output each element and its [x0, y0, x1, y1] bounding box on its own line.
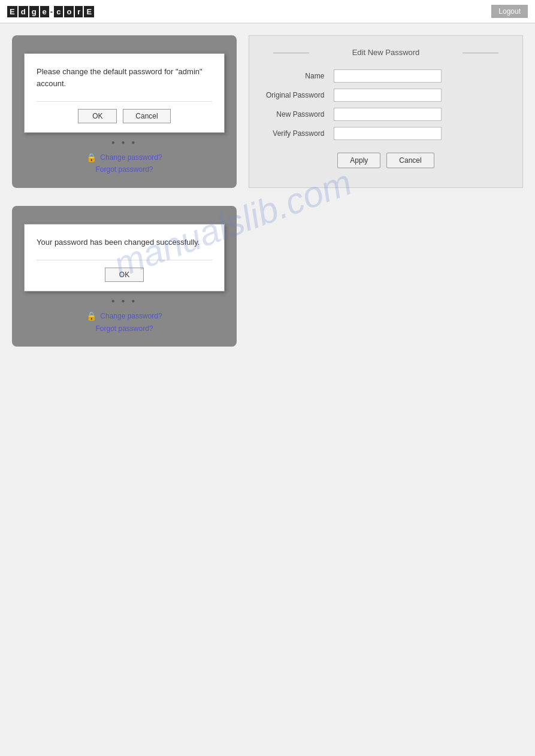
name-input[interactable]	[334, 69, 442, 83]
name-row: Name	[261, 66, 510, 86]
dialog2-message: Your password has been changed successfu…	[37, 236, 212, 248]
forgot-password-link-2[interactable]: Forgot password?	[24, 323, 225, 335]
bottom-login-panel: Your password has been changed successfu…	[12, 206, 237, 347]
new-password-input[interactable]	[334, 108, 442, 121]
lock-icon-1: 🔒	[86, 153, 96, 162]
logo-letter-g: g	[29, 6, 39, 17]
dialog1-buttons: OK Cancel	[37, 101, 212, 123]
logo-letter-E2: E	[84, 6, 94, 17]
name-label: Name	[261, 66, 329, 86]
dialog2-buttons: OK	[37, 260, 212, 282]
verify-password-input[interactable]	[334, 127, 442, 140]
dialog1-ok-button[interactable]: OK	[78, 109, 117, 123]
panel-links-1: 🔒 Change password? Forgot password?	[24, 151, 225, 176]
top-section: Please change the default password for "…	[12, 35, 523, 188]
logo-letter-c: c	[54, 6, 63, 17]
change-password-dialog: Please change the default password for "…	[24, 53, 225, 133]
logo-letter-d: d	[19, 6, 28, 17]
logo-letter-o: o	[64, 6, 74, 17]
edit-password-title: Edit New Password	[261, 48, 510, 57]
lock-icon-2: 🔒	[86, 311, 96, 321]
header: E d g e - c o r E Logout	[0, 0, 535, 23]
original-password-input[interactable]	[334, 89, 442, 102]
main-content: manualslib.com Please change the default…	[0, 23, 535, 359]
logo-dash: -	[50, 7, 53, 16]
logout-button[interactable]: Logout	[491, 5, 528, 18]
form-buttons: Apply Cancel	[261, 153, 510, 168]
apply-button[interactable]: Apply	[337, 153, 380, 168]
panel-links-2: 🔒 Change password? Forgot password?	[24, 310, 225, 335]
original-password-label: Original Password	[261, 86, 329, 105]
new-password-row: New Password	[261, 105, 510, 124]
logo-letter-E: E	[7, 6, 17, 17]
change-password-link-2[interactable]: Change password?	[100, 310, 162, 322]
verify-password-row: Verify Password	[261, 124, 510, 143]
dots-1: ● ● ●	[24, 139, 225, 145]
dialog2-ok-button[interactable]: OK	[105, 268, 144, 282]
dialog1-message: Please change the default password for "…	[37, 66, 212, 89]
edit-password-panel: Edit New Password Name Original Password…	[249, 35, 523, 188]
bottom-section: Your password has been changed successfu…	[12, 206, 523, 347]
logo: E d g e - c o r E	[7, 6, 94, 17]
original-password-row: Original Password	[261, 86, 510, 105]
edit-password-form: Name Original Password New Password Veri…	[261, 66, 510, 143]
new-password-label: New Password	[261, 105, 329, 124]
change-password-link-1[interactable]: Change password?	[100, 151, 162, 163]
forgot-password-link-1[interactable]: Forgot password?	[24, 163, 225, 175]
logo-letter-e: e	[40, 6, 49, 17]
dots-2: ● ● ●	[24, 297, 225, 304]
dialog1-cancel-button[interactable]: Cancel	[123, 109, 170, 123]
edit-cancel-button[interactable]: Cancel	[386, 153, 434, 168]
left-login-panel: Please change the default password for "…	[12, 35, 237, 188]
verify-password-label: Verify Password	[261, 124, 329, 143]
logo-letter-r: r	[75, 6, 83, 17]
success-dialog: Your password has been changed successfu…	[24, 224, 225, 292]
